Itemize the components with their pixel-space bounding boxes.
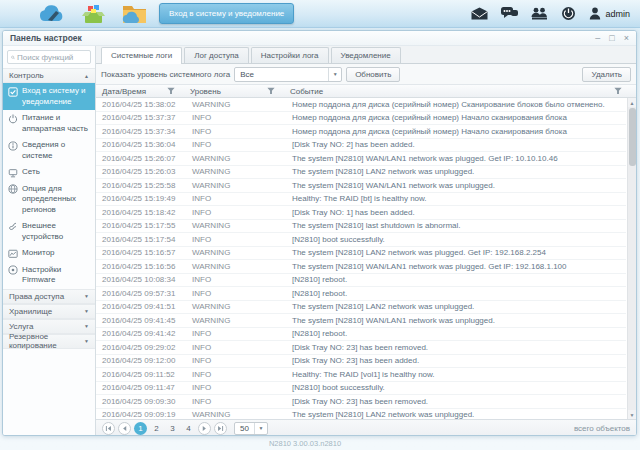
table-row[interactable]: 2016/04/25 09:09:30 INFO [Disk Tray NO: … xyxy=(96,395,626,409)
cell-event: [N2810] boot successfully. xyxy=(284,383,626,392)
table-row[interactable]: 2016/04/25 15:17:55 WARNING The system [… xyxy=(96,220,626,234)
sidebar-section-control[interactable]: Контроль ▲ xyxy=(3,68,95,83)
log-table: 2016/04/25 15:38:02 WARNING Номер поддон… xyxy=(96,98,636,419)
table-row[interactable]: 2016/04/25 09:11:52 INFO Healthy: The RA… xyxy=(96,368,626,382)
page-button-3[interactable]: 3 xyxy=(166,422,179,435)
table-row[interactable]: 2016/04/25 15:16:56 WARNING The system [… xyxy=(96,260,626,274)
search-input[interactable] xyxy=(17,53,87,62)
table-row[interactable]: 2016/04/25 09:41:51 WARNING The system [… xyxy=(96,301,626,315)
table-row[interactable]: 2016/04/25 15:37:34 INFO Номер поддона д… xyxy=(96,125,626,139)
tab-access-log[interactable]: Лог доступа xyxy=(184,47,249,63)
cell-datetime: 2016/04/25 15:26:03 xyxy=(96,167,184,176)
table-row[interactable]: 2016/04/25 15:25:58 WARNING The system [… xyxy=(96,179,626,193)
main-panel: Системные логи Лог доступа Настройки лог… xyxy=(96,46,636,436)
pagination-bar: 1 2 3 4 50 ▼ всего объектов xyxy=(96,419,636,436)
cell-event: Номер поддона для диска (серийный номер)… xyxy=(284,113,626,122)
maximize-button[interactable]: □ xyxy=(609,34,614,43)
cell-datetime: 2016/04/25 15:37:34 xyxy=(96,127,184,136)
cell-datetime: 2016/04/25 15:36:04 xyxy=(96,140,184,149)
cell-level: INFO xyxy=(184,208,284,217)
minimize-button[interactable]: – xyxy=(595,34,600,43)
chat-icon[interactable] xyxy=(501,7,518,20)
filter-icon[interactable] xyxy=(614,87,622,95)
tab-notification[interactable]: Уведомление xyxy=(331,47,401,63)
sidebar-item-network[interactable]: Сеть xyxy=(3,164,95,181)
refresh-button[interactable]: Обновить xyxy=(346,67,400,82)
column-header-level[interactable]: Уровень xyxy=(184,87,284,96)
page-size-select[interactable]: 50 ▼ xyxy=(234,422,268,435)
next-page-button[interactable] xyxy=(198,422,211,435)
column-header-event[interactable]: Событие xyxy=(284,87,636,96)
cell-datetime: 2016/04/25 15:25:58 xyxy=(96,181,184,190)
monitor-chart-icon xyxy=(8,249,18,259)
table-row[interactable]: 2016/04/25 09:41:45 WARNING The system [… xyxy=(96,314,626,328)
last-page-button[interactable] xyxy=(214,422,227,435)
sidebar-item-firmware[interactable]: Настройки Firmware xyxy=(3,262,95,289)
tab-log-settings[interactable]: Настройки лога xyxy=(251,47,329,63)
cell-level: INFO xyxy=(184,370,284,379)
table-row[interactable]: 2016/04/25 15:26:07 WARNING The system [… xyxy=(96,152,626,166)
table-row[interactable]: 2016/04/25 09:57:31 INFO [N2810] reboot. xyxy=(96,287,626,301)
table-row[interactable]: 2016/04/25 15:36:04 INFO [Disk Tray NO: … xyxy=(96,139,626,153)
scroll-up-icon[interactable]: ▲ xyxy=(628,98,636,107)
network-icon xyxy=(8,168,18,178)
vertical-scrollbar[interactable]: ▲ ▼ xyxy=(627,98,636,419)
delete-button[interactable]: Удалить xyxy=(582,67,631,82)
cell-level: WARNING xyxy=(184,100,284,109)
function-search[interactable] xyxy=(7,50,91,64)
prev-page-button[interactable] xyxy=(118,422,131,435)
scroll-down-icon[interactable]: ▼ xyxy=(628,410,636,419)
power-icon[interactable] xyxy=(561,6,576,21)
sidebar-item-system-info[interactable]: Сведения о системе xyxy=(3,137,95,164)
table-row[interactable]: 2016/04/25 09:41:42 INFO [N2810] reboot. xyxy=(96,328,626,342)
user-menu[interactable]: admin xyxy=(589,7,630,20)
table-row[interactable]: 2016/04/25 09:09:19 WARNING The system [… xyxy=(96,409,626,420)
tab-system-logs[interactable]: Системные логи xyxy=(101,47,182,64)
table-row[interactable]: 2016/04/25 10:08:34 INFO [N2810] reboot. xyxy=(96,274,626,288)
chevron-down-icon: ▼ xyxy=(84,338,89,344)
table-row[interactable]: 2016/04/25 09:11:47 INFO [N2810] boot su… xyxy=(96,382,626,396)
sidebar-section-backup[interactable]: Резервное копирование ▼ xyxy=(3,334,95,349)
cell-level: INFO xyxy=(184,275,284,284)
table-row[interactable]: 2016/04/25 15:26:03 WARNING The system [… xyxy=(96,166,626,180)
filter-icon[interactable] xyxy=(267,87,275,95)
cell-level: INFO xyxy=(184,113,284,122)
page-button-2[interactable]: 2 xyxy=(150,422,163,435)
sidebar-section-access-rights[interactable]: Права доступа ▼ xyxy=(3,289,95,304)
filter-icon[interactable] xyxy=(167,87,175,95)
sidebar-item-power-hardware[interactable]: Питание и аппаратная часть xyxy=(3,110,95,137)
cell-datetime: 2016/04/25 15:16:56 xyxy=(96,262,184,271)
app-center-icon[interactable] xyxy=(81,3,106,25)
table-row[interactable]: 2016/04/25 15:19:49 INFO Healthy: The RA… xyxy=(96,193,626,207)
taskbar: Вход в систему и уведомление admin xyxy=(0,0,640,28)
page-button-4[interactable]: 4 xyxy=(182,422,195,435)
scrollbar-thumb[interactable] xyxy=(629,108,636,166)
file-manager-icon[interactable] xyxy=(122,3,147,24)
cell-datetime: 2016/04/25 09:09:30 xyxy=(96,397,184,406)
group-icon[interactable] xyxy=(531,7,548,20)
sidebar-item-monitor[interactable]: Монитор xyxy=(3,245,95,262)
cloud-app-icon[interactable] xyxy=(38,4,65,23)
column-header-datetime[interactable]: Дата/Время xyxy=(96,87,184,96)
sidebar-item-region-options[interactable]: Опция для определенных регионов xyxy=(3,181,95,219)
cell-datetime: 2016/04/25 10:08:34 xyxy=(96,275,184,284)
sidebar-item-login-notification[interactable]: Вход в систему и уведомление xyxy=(3,83,95,110)
first-page-button[interactable] xyxy=(102,422,115,435)
cell-event: The system [N2810] WAN/LAN1 network was … xyxy=(284,154,626,163)
table-row[interactable]: 2016/04/25 15:17:54 INFO [N2810] boot su… xyxy=(96,233,626,247)
cell-event: [N2810] reboot. xyxy=(284,275,626,284)
table-row[interactable]: 2016/04/25 09:12:00 INFO [Disk Tray NO: … xyxy=(96,355,626,369)
cell-event: The system [N2810] LAN2 network was unpl… xyxy=(284,302,626,311)
sidebar-section-storage[interactable]: Хранилище ▼ xyxy=(3,304,95,319)
close-button[interactable]: × xyxy=(624,34,629,43)
taskbar-active-task[interactable]: Вход в систему и уведомление xyxy=(159,3,294,24)
page-button-1[interactable]: 1 xyxy=(134,422,147,435)
table-row[interactable]: 2016/04/25 09:29:02 INFO [Disk Tray NO: … xyxy=(96,341,626,355)
log-level-select[interactable]: Все ▼ xyxy=(234,67,342,82)
mail-icon[interactable] xyxy=(471,7,488,20)
table-row[interactable]: 2016/04/25 15:16:57 WARNING The system [… xyxy=(96,247,626,261)
table-row[interactable]: 2016/04/25 15:18:42 INFO [Disk Tray NO: … xyxy=(96,206,626,220)
sidebar-item-external-device[interactable]: Внешнее устройство xyxy=(3,218,95,245)
table-row[interactable]: 2016/04/25 15:38:02 WARNING Номер поддон… xyxy=(96,98,626,112)
table-row[interactable]: 2016/04/25 15:37:37 INFO Номер поддона д… xyxy=(96,112,626,126)
